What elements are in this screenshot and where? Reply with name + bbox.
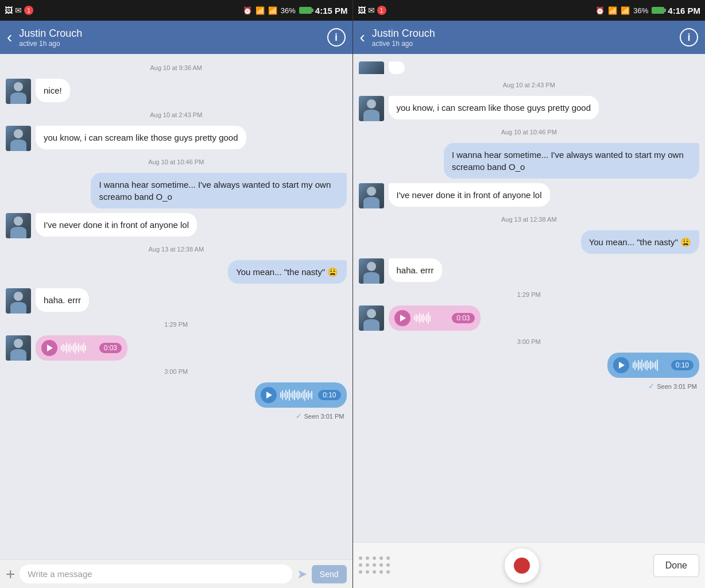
back-button-left[interactable]: ‹ [7, 28, 12, 47]
message-row: you know, i can scream like those guys p… [0, 124, 352, 153]
play-button[interactable] [261, 387, 277, 403]
wifi-icon: 📶 [255, 6, 265, 15]
message-row-sent: 0:10 [353, 351, 706, 380]
voice-dot [379, 563, 383, 567]
message-row: 0:03 [0, 334, 352, 362]
wave-bar [426, 314, 427, 322]
avatar-partial [359, 61, 384, 74]
wave-bar [306, 392, 307, 398]
wave-bar [297, 390, 299, 400]
wave-bar [73, 344, 74, 352]
wave-bar [296, 392, 297, 398]
wave-bar [634, 361, 636, 370]
message-row-sent: I wanna hear sometime... I've always wan… [353, 141, 706, 180]
play-button[interactable] [41, 340, 57, 356]
wave-bar [636, 363, 637, 368]
timestamp-divider: Aug 10 at 10:46 PM [353, 127, 706, 137]
status-icons-right: 🖼 ✉ 1 [358, 6, 386, 15]
seen-status-right: ✓ Seen 3:01 PM [353, 381, 706, 393]
message-bubble-sent: I wanna hear sometime... I've always wan… [444, 143, 699, 179]
wave-bar [299, 392, 300, 399]
avatar [6, 126, 31, 151]
audio-message-sent[interactable]: 0:10 [607, 353, 699, 378]
wave-bar [292, 391, 293, 399]
message-bubble: I've never done it in front of anyone lo… [36, 213, 197, 237]
status-bar-right: 🖼 ✉ 1 ⏰ 📶 📶 36% 4:16 PM [353, 0, 706, 21]
wave-bar [653, 363, 654, 368]
wave-bar [66, 343, 67, 353]
wave-bar [282, 390, 283, 400]
timestamp-divider: Aug 13 at 12:38 AM [353, 215, 706, 224]
message-bubble-sent: I wanna hear sometime... I've always wan… [91, 173, 346, 208]
header-info-left: Justin Crouch active 1h ago [19, 28, 327, 48]
wave-bar [68, 345, 69, 351]
timestamp-divider: Aug 10 at 10:46 PM [0, 157, 352, 167]
voice-record-area: Done [353, 542, 706, 588]
wave-bar [414, 316, 415, 320]
wave-bar [650, 361, 651, 370]
wave-bar [85, 345, 86, 351]
wave-bar [308, 390, 309, 400]
voice-dot [386, 556, 390, 560]
right-panel: 🖼 ✉ 1 ⏰ 📶 📶 36% 4:16 PM ‹ Justin Crouch … [352, 0, 706, 588]
timestamp-divider: 1:29 PM [353, 290, 706, 299]
wave-bar [645, 361, 646, 369]
play-triangle-icon [266, 392, 272, 399]
time-right: 4:16 PM [668, 6, 700, 16]
wave-bar [643, 363, 644, 368]
timestamp-divider: 1:29 PM [0, 320, 352, 329]
wave-bar [80, 346, 81, 350]
voice-dot [373, 556, 376, 560]
add-button[interactable]: + [6, 566, 15, 582]
wave-bar [63, 344, 64, 352]
avatar [6, 79, 31, 104]
record-dot-icon [514, 558, 530, 574]
chat-header-right: ‹ Justin Crouch active 1h ago i [353, 21, 706, 54]
wave-bar [429, 315, 431, 321]
wave-bar [61, 346, 62, 350]
email-icon: ✉ [15, 6, 22, 15]
message-row-sent: You mean... "the nasty" 😩 [0, 258, 352, 285]
message-input[interactable]: Write a message [20, 564, 292, 583]
voice-dot [386, 570, 390, 574]
avatar [6, 213, 31, 238]
battery-icon-left [299, 7, 312, 14]
done-button[interactable]: Done [653, 554, 699, 577]
play-button[interactable] [613, 357, 629, 373]
wifi-icon-r: 📶 [608, 6, 617, 15]
wave-bar [311, 391, 312, 399]
clock-icon: ⏰ [243, 6, 252, 15]
wave-bar [633, 362, 634, 368]
avatar [6, 288, 31, 314]
audio-duration: 0:03 [99, 343, 122, 353]
wave-bar [285, 390, 286, 400]
time-left: 4:15 PM [315, 6, 348, 16]
timestamp-divider: Aug 10 at 9:36 AM [0, 63, 352, 72]
audio-message-sent[interactable]: 0:10 [255, 382, 347, 408]
play-triangle-icon [400, 315, 406, 322]
status-info-right: ⏰ 📶 📶 36% 4:16 PM [595, 6, 700, 16]
info-button-left[interactable]: i [327, 28, 346, 47]
send-arrow-icon[interactable]: ➤ [297, 567, 307, 582]
image-icon: 🖼 [5, 6, 13, 15]
timestamp-divider: Aug 10 at 2:43 PM [0, 110, 352, 119]
audio-message-received[interactable]: 0:03 [36, 335, 127, 361]
wave-bar [71, 346, 72, 350]
message-bubble-partial [389, 61, 405, 74]
contact-status-right: active 1h ago [372, 40, 680, 48]
info-button-right[interactable]: i [680, 28, 698, 47]
timestamp-divider: Aug 10 at 2:43 PM [353, 80, 706, 90]
voice-dots-grid [359, 556, 391, 575]
seen-check-icon-r: ✓ [648, 382, 654, 390]
play-button[interactable] [394, 310, 410, 326]
message-row-partial [353, 60, 706, 76]
play-triangle-icon [47, 345, 53, 351]
record-button[interactable] [505, 548, 539, 583]
battery-percent-left: 36% [281, 6, 296, 15]
message-bubble: you know, i can scream like those guys p… [36, 126, 246, 149]
left-panel: 🖼 ✉ 1 ⏰ 📶 📶 36% 4:15 PM ‹ Justin Crouch … [0, 0, 352, 588]
send-button[interactable]: Send [312, 565, 347, 583]
message-bubble: haha. errr [36, 288, 89, 312]
audio-message-received[interactable]: 0:03 [389, 305, 481, 331]
back-button-right[interactable]: ‹ [360, 28, 365, 47]
